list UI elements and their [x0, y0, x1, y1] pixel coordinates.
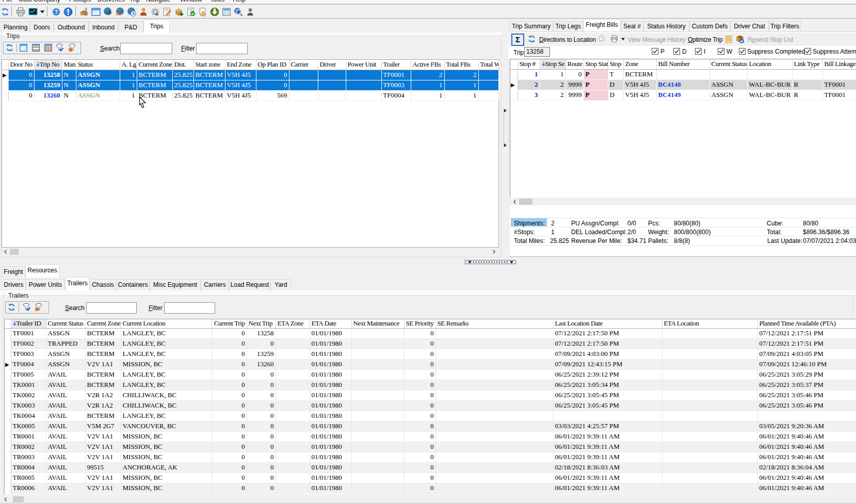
svg-text:?: ? [55, 9, 58, 15]
